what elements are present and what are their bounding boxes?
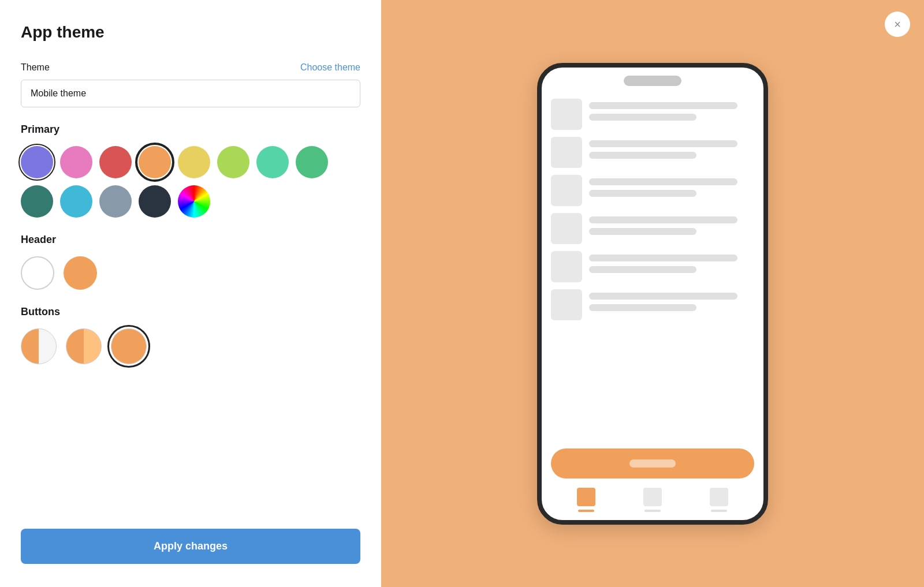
phone-nav-item [643,488,662,512]
phone-list-item [551,175,754,206]
right-panel: × [381,0,924,587]
phone-thumb [551,99,582,130]
phone-lines [589,99,754,121]
button-style-outline[interactable] [111,328,147,364]
phone-nav [542,481,763,520]
phone-thumb [551,137,582,168]
header-swatch-orange[interactable] [64,256,97,290]
buttons-section-title: Buttons [21,306,360,318]
phone-content [542,92,763,446]
phone-nav-item-active [577,488,595,512]
theme-input[interactable] [21,80,360,107]
theme-label: Theme [21,62,50,73]
theme-section-row: Theme Choose theme [21,62,360,73]
phone-mockup [537,63,768,525]
header-section-title: Header [21,234,360,246]
phone-line [589,216,737,223]
color-swatch-mint[interactable] [256,146,289,178]
header-swatch-white[interactable] [21,256,54,290]
color-swatch-sky[interactable] [60,185,92,218]
color-swatch-red[interactable] [99,146,132,178]
button-swatches [21,328,360,364]
apply-changes-button[interactable]: Apply changes [21,529,360,564]
phone-list-item [551,99,754,130]
color-swatch-dark[interactable] [139,185,171,218]
phone-line [589,304,696,311]
choose-theme-link[interactable]: Choose theme [300,62,360,73]
color-swatch-steel[interactable] [99,185,132,218]
phone-nav-icon-active [577,488,595,506]
phone-list-item [551,137,754,168]
phone-cta-button [551,448,754,478]
color-swatch-rainbow[interactable] [178,185,210,218]
page-title: App theme [21,23,360,42]
color-swatch-orange[interactable] [139,146,171,178]
phone-line [589,140,737,147]
phone-thumb [551,289,582,320]
color-swatch-yellow[interactable] [178,146,210,178]
phone-line [589,255,737,261]
color-swatch-teal[interactable] [21,185,53,218]
phone-line [589,102,737,109]
phone-lines [589,289,754,311]
phone-thumb [551,251,582,282]
phone-nav-dot [644,510,661,512]
phone-line [589,293,737,300]
phone-lines [589,213,754,235]
phone-cta-text [629,459,676,468]
phone-line [589,266,696,273]
phone-list-item [551,213,754,244]
primary-color-grid [21,146,360,218]
phone-lines [589,251,754,273]
phone-notch [624,76,681,86]
phone-nav-icon [710,488,728,506]
phone-nav-dot-active [578,510,594,512]
phone-line [589,178,737,185]
color-swatch-pink[interactable] [60,146,92,178]
phone-list-item [551,289,754,320]
close-button[interactable]: × [885,12,910,37]
phone-nav-item [710,488,728,512]
phone-lines [589,175,754,197]
phone-lines [589,137,754,159]
color-swatch-light-green[interactable] [217,146,249,178]
phone-line [589,114,696,121]
button-style-flat[interactable] [21,328,57,364]
color-swatch-green[interactable] [296,146,328,178]
phone-nav-dot [711,510,727,512]
phone-line [589,190,696,197]
header-swatches [21,256,360,290]
button-style-gradient[interactable] [66,328,102,364]
phone-thumb [551,175,582,206]
primary-section-title: Primary [21,124,360,136]
phone-thumb [551,213,582,244]
phone-line [589,228,696,235]
left-panel: App theme Theme Choose theme Primary Hea… [0,0,381,587]
phone-list-item [551,251,754,282]
color-swatch-purple[interactable] [21,146,53,178]
phone-line [589,152,696,159]
phone-nav-icon [643,488,662,506]
